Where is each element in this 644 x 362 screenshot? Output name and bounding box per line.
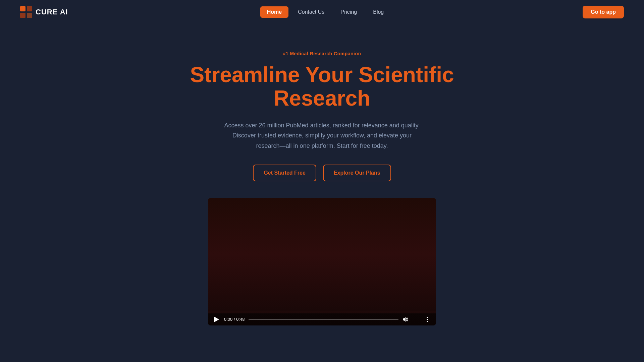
- logo[interactable]: CURE AI: [20, 6, 68, 18]
- volume-icon: [403, 317, 409, 322]
- logo-icon: [20, 6, 32, 18]
- go-to-app-button[interactable]: Go to app: [583, 6, 624, 18]
- video-more-button[interactable]: [424, 316, 431, 323]
- svg-marker-5: [403, 317, 406, 322]
- svg-point-6: [427, 317, 428, 318]
- video-volume-button[interactable]: [402, 316, 409, 323]
- nav-blog[interactable]: Blog: [366, 6, 390, 18]
- video-play-button[interactable]: [213, 316, 220, 323]
- get-started-button[interactable]: Get Started Free: [253, 165, 316, 181]
- hero-description: Access over 26 million PubMed articles, …: [221, 120, 423, 151]
- hero-title: Streamline Your Scientific Research: [171, 63, 473, 110]
- svg-rect-2: [20, 13, 25, 18]
- nav-pricing[interactable]: Pricing: [334, 6, 364, 18]
- fullscreen-icon: [414, 317, 419, 322]
- svg-rect-1: [27, 6, 32, 11]
- video-player: 0:00 / 0:48: [208, 198, 436, 325]
- play-icon: [214, 317, 219, 322]
- svg-point-8: [427, 321, 428, 322]
- video-progress-bar[interactable]: [249, 319, 398, 320]
- site-header: CURE AI Home Contact Us Pricing Blog Go …: [0, 0, 644, 24]
- main-nav: Home Contact Us Pricing Blog: [260, 6, 391, 18]
- main-content: #1 Medical Research Companion Streamline…: [0, 24, 644, 346]
- svg-marker-4: [214, 317, 219, 322]
- nav-contact-us[interactable]: Contact Us: [291, 6, 331, 18]
- more-options-icon: [427, 317, 428, 322]
- explore-plans-button[interactable]: Explore Our Plans: [323, 165, 391, 181]
- nav-home[interactable]: Home: [260, 6, 288, 18]
- logo-text: CURE AI: [36, 8, 68, 16]
- video-controls: 0:00 / 0:48: [208, 313, 436, 325]
- svg-rect-0: [20, 6, 25, 11]
- hero-tagline: #1 Medical Research Companion: [283, 51, 361, 56]
- cta-button-group: Get Started Free Explore Our Plans: [253, 165, 391, 181]
- video-fullscreen-button[interactable]: [413, 316, 420, 323]
- svg-rect-3: [27, 13, 32, 18]
- svg-point-7: [427, 319, 428, 320]
- video-time-display: 0:00 / 0:48: [224, 317, 245, 322]
